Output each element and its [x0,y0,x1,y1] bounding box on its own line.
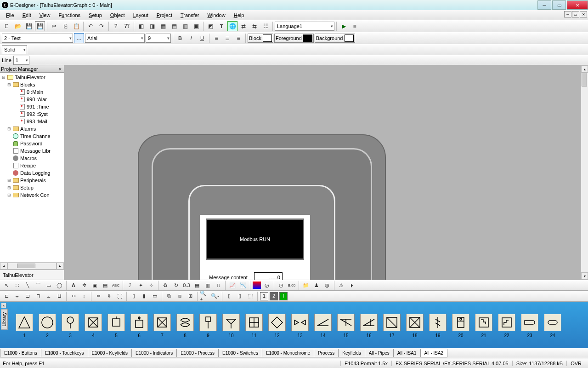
samew-icon[interactable]: ⬄ [94,292,103,301]
menu-setup[interactable]: Setup [85,12,106,19]
globe-icon[interactable]: 🌐 [227,21,237,31]
tool-i-icon[interactable]: ⇆ [249,21,260,31]
grid-icon[interactable]: ▦ [192,281,202,290]
layer-2[interactable]: 2 [270,292,278,300]
tree-block-0[interactable]: 0 :Main [27,89,43,95]
library-symbol-9[interactable]: 9 [199,314,217,338]
new-icon[interactable]: 🗋 [2,21,12,31]
run-icon[interactable]: ▶ [339,21,349,31]
arc-icon[interactable]: ⌒ [34,281,43,290]
canvas-vscroll[interactable]: ▴▾ [581,65,588,280]
color-icon[interactable] [253,282,261,289]
cut-icon[interactable]: ✂ [49,21,59,31]
library-tab[interactable]: E1000 - Monochrome [262,349,314,357]
library-symbol-4[interactable]: 4 [85,314,102,338]
menu-transfer[interactable]: Transfer [176,12,204,19]
num-icon[interactable]: 0.3 [182,281,191,290]
block-color[interactable]: Block [248,34,273,43]
library-close-icon[interactable]: × [1,303,6,308]
tool-j-icon[interactable]: ☷ [260,21,271,31]
trend-icon[interactable]: 📈 [228,281,237,290]
page2-icon[interactable]: ▯ [235,292,244,301]
text-icon[interactable]: A [69,281,78,290]
library-tab[interactable]: E1000 - Process [176,349,219,357]
library-symbol-19[interactable]: 19 [429,314,447,338]
align-right-icon[interactable]: ≡ [233,33,243,43]
font-size-select[interactable]: 9 [146,34,171,43]
link-icon[interactable]: ⏵ [347,281,356,290]
tree-block-990[interactable]: 990 :Alar [27,97,47,102]
pm-close-icon[interactable]: × [57,66,63,72]
menu-file[interactable]: File [2,12,18,19]
redo-icon[interactable]: ↷ [96,21,107,31]
dist-h-icon[interactable]: ⇿ [69,292,78,301]
pm-hscroll[interactable]: ◂▸ [0,262,64,270]
library-tab[interactable]: Keyfields [338,349,365,357]
tool-f-icon[interactable]: ▣ [191,21,201,31]
cycle-icon[interactable]: ↻ [171,281,181,290]
library-symbol-7[interactable]: 7 [153,314,171,338]
line-icon[interactable]: ╲ [23,281,32,290]
library-symbol-21[interactable]: 21 [475,314,492,338]
library-symbol-15[interactable]: 15 [337,314,355,338]
library-symbol-3[interactable]: 3 [62,314,79,338]
save-all-icon[interactable]: 💾 [35,21,45,31]
browse-icon[interactable]: … [74,33,84,43]
undo-icon[interactable]: ↶ [85,21,96,31]
library-symbol-23[interactable]: 23 [521,314,538,338]
library-symbol-17[interactable]: 17 [383,314,401,338]
context-help-icon[interactable]: ⁇ [122,21,132,31]
menu-window[interactable]: Window [204,12,230,19]
mdi-close[interactable]: ✕ [580,11,587,17]
field-icon[interactable]: ▤ [101,281,110,290]
design-canvas[interactable]: Modbus RUN Message content -----0 Data q… [64,65,588,280]
bos-icon[interactable]: B:05 [287,281,296,290]
save-icon[interactable]: 💾 [24,21,34,31]
tree-block-992[interactable]: 992 :Syst [27,111,48,117]
font-select[interactable]: Arial [85,34,145,43]
mdi-restore[interactable]: ▭ [572,11,579,17]
tool-b-icon[interactable]: ◨ [147,21,157,31]
menu-project[interactable]: Project [153,12,176,19]
align-l-icon[interactable]: ⊏ [2,292,11,301]
ellipse-icon[interactable]: ◯ [55,281,64,290]
library-symbol-16[interactable]: 16 [360,314,378,338]
msg-content-value[interactable]: -----0 [254,272,283,280]
tree-root[interactable]: TalhuElevator [15,75,45,80]
align-r-icon[interactable]: ⊐ [23,292,32,301]
page1-icon[interactable]: ▯ [225,292,234,301]
align-b-icon[interactable]: ⊔ [55,292,64,301]
menu-object[interactable]: Object [106,12,129,19]
tool-a-icon[interactable]: ◧ [136,21,146,31]
library-symbol-24[interactable]: 24 [544,314,561,338]
foreground-color[interactable]: Foreground [274,34,314,43]
library-tab[interactable]: All - ISA2 [420,349,448,357]
tool-c-icon[interactable]: ▦ [158,21,168,31]
disk-icon[interactable]: ◍ [322,281,332,290]
tree-network[interactable]: Network Con [20,192,50,198]
page3-icon[interactable]: ⬚ [246,292,255,301]
library-symbol-5[interactable]: 5 [107,314,125,338]
italic-icon[interactable]: I [186,33,196,43]
close-button[interactable]: ✕ [567,0,588,10]
jump-icon[interactable]: ⤴ [125,281,135,290]
library-symbol-14[interactable]: 14 [314,314,332,338]
library-symbol-18[interactable]: 18 [406,314,424,338]
library-tab[interactable]: Process [314,349,339,357]
tool-g-icon[interactable]: ◩ [205,21,215,31]
library-symbol-22[interactable]: 22 [498,314,515,338]
paste-icon[interactable]: 📋 [71,21,81,31]
refresh-icon[interactable]: ♻ [161,281,170,290]
fill-style-select[interactable]: Solid [2,45,27,54]
library-symbol-8[interactable]: 8 [176,314,194,338]
tag2-icon[interactable]: ✧ [147,281,156,290]
tree-password[interactable]: Password [20,141,42,146]
samesize-icon[interactable]: ⛶ [115,292,124,301]
tag1-icon[interactable]: ✦ [136,281,145,290]
layer-1[interactable]: 1 [260,292,268,300]
mdi-minimize[interactable]: ─ [564,11,571,17]
minimize-button[interactable]: ─ [537,0,551,10]
tool-h-icon[interactable]: ⇄ [238,21,249,31]
library-symbol-1[interactable]: 1 [16,314,33,338]
align-t-icon[interactable]: ⊓ [34,292,43,301]
